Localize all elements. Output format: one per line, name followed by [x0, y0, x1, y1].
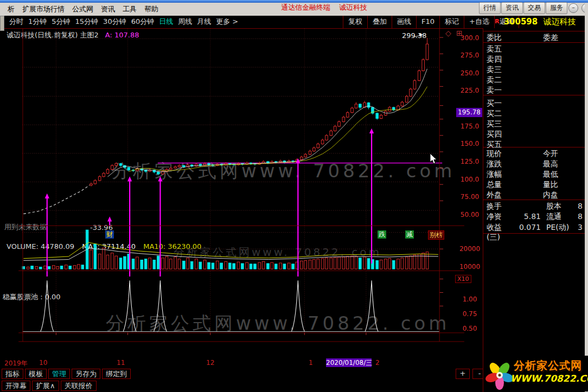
- linked-quote-button[interactable]: 关联报价: [61, 381, 97, 391]
- volume-bar: [355, 256, 357, 269]
- volume-bar: [342, 257, 345, 269]
- volume-bar: [363, 257, 366, 269]
- volume-bar: [90, 250, 93, 269]
- app-title-stock: 诚迈科技: [339, 3, 367, 12]
- volume-bar: [56, 266, 59, 269]
- expand-button[interactable]: 扩展∧: [32, 381, 59, 391]
- indicator-spike: [41, 280, 54, 331]
- candle: [330, 131, 333, 135]
- zoom-in-button[interactable]: +: [456, 369, 470, 379]
- site-logo: 分析家公式网 WWW.70822.COM: [484, 356, 588, 391]
- tab-60min[interactable]: 60分钟: [131, 16, 155, 28]
- volume-bar: [124, 256, 126, 269]
- volume-bar: [385, 259, 387, 269]
- tab-daily[interactable]: 日线: [159, 16, 173, 28]
- candlestick-chart[interactable]: [0, 28, 483, 368]
- volume-bar: [392, 260, 395, 269]
- tab-weekly[interactable]: 周线: [178, 16, 192, 28]
- candle: [309, 151, 311, 155]
- tdx-terminal-window: 析 扩展市场行情 公式网 资讯 工具 帮助 通达信金融终端 诚迈科技 行情 资讯…: [0, 0, 588, 392]
- volume-bar: [405, 257, 408, 269]
- menu-item-help[interactable]: 帮助: [144, 4, 158, 14]
- volume-bar: [338, 257, 341, 269]
- minimize-button[interactable]: –: [568, 3, 578, 13]
- volume-bar: [178, 259, 181, 269]
- buy-2-row: 买二: [487, 108, 502, 118]
- menu-item-formula-web[interactable]: 公式网: [72, 4, 93, 14]
- stats-row: 净资 5.81 流通 8: [483, 211, 585, 221]
- volume-bar: [183, 261, 186, 269]
- template-button[interactable]: 模板: [25, 369, 47, 379]
- mouse-cursor: [430, 153, 438, 165]
- change-label: 涨跌: [487, 159, 543, 169]
- menu-item-tools[interactable]: 工具: [123, 4, 137, 14]
- buy-5-row: 买五: [487, 139, 502, 149]
- candle: [422, 60, 425, 70]
- indicator-button[interactable]: 指标: [2, 369, 23, 379]
- tab-5min[interactable]: 5分钟: [52, 16, 70, 28]
- app-title: 通达信金融终端 诚迈科技: [281, 3, 367, 12]
- candle: [119, 164, 122, 166]
- manage-button[interactable]: 管理: [48, 369, 70, 379]
- inner-vol-label: 内盘: [543, 190, 585, 200]
- tab-fenshi[interactable]: 分时: [9, 16, 23, 28]
- candle: [300, 157, 303, 160]
- sell-3-row: 卖三: [487, 65, 502, 74]
- candle: [195, 164, 198, 166]
- service-button[interactable]: 服务: [546, 2, 567, 14]
- save-as-button[interactable]: 另存为: [72, 369, 100, 379]
- volume-bar: [132, 259, 135, 269]
- volume-bar: [274, 264, 277, 269]
- volume-bar: [413, 255, 416, 269]
- volume-bar: [60, 266, 63, 269]
- volume-bar: [52, 266, 55, 269]
- volume-bar: [103, 248, 105, 269]
- stats-row: 收益(三) 0.071 PE(动) 3: [483, 222, 585, 232]
- volume-bar: [39, 267, 42, 269]
- tab-more[interactable]: 更多 >: [216, 16, 238, 28]
- buy-4-row: 买四: [487, 129, 502, 139]
- candle: [115, 164, 118, 166]
- add-watchlist-button[interactable]: +自选: [464, 16, 495, 28]
- volume-bar: [35, 266, 38, 269]
- window-right-edge[interactable]: [585, 3, 588, 392]
- tab-1min[interactable]: 1分钟: [28, 16, 47, 28]
- menu-item-analysis[interactable]: 析: [8, 4, 15, 14]
- volume-bar: [111, 253, 113, 269]
- volume-bar: [313, 260, 316, 269]
- volume-bar: [388, 259, 391, 269]
- trade-button[interactable]: 交易: [523, 2, 545, 14]
- overlay-button[interactable]: 叠加: [368, 16, 392, 28]
- volume-bar: [279, 263, 282, 269]
- open-label: 今开: [543, 149, 585, 158]
- net-asset-label: 净资: [487, 211, 514, 221]
- vol-ratio-label: 量比: [543, 179, 585, 189]
- volume-bar: [203, 260, 206, 269]
- tab-monthly[interactable]: 月线: [197, 16, 211, 28]
- draw-line-button[interactable]: 画线: [392, 16, 417, 28]
- mark-button[interactable]: 标记: [440, 16, 464, 28]
- float-label: 流通: [546, 211, 578, 221]
- volume-bar: [162, 258, 164, 269]
- volume-bar: [304, 260, 307, 269]
- info-button[interactable]: 资讯: [501, 2, 523, 14]
- price-label: 现价: [487, 149, 543, 158]
- candle: [380, 115, 382, 118]
- candle: [338, 122, 341, 126]
- quote-button[interactable]: 行情: [479, 2, 501, 14]
- candle: [250, 163, 252, 163]
- bind-to-button[interactable]: 绑定到: [102, 369, 131, 379]
- menu-item-news[interactable]: 资讯: [101, 4, 115, 14]
- turnover-label: 换手: [487, 201, 514, 211]
- volume-bar: [216, 261, 219, 269]
- tab-30min[interactable]: 30分钟: [103, 16, 126, 28]
- timeframe-group: 分时 1分钟 5分钟 15分钟 30分钟 60分钟 日线 周线 月线 更多 >: [4, 16, 238, 28]
- adjust-price-button[interactable]: 复权: [343, 16, 368, 28]
- danmaku-button[interactable]: 开弹幕: [2, 381, 30, 391]
- menu-item-extended-market[interactable]: 扩展市场行情: [22, 4, 65, 14]
- formula-statusbar: 指标 模板 管理 另存为 绑定到: [0, 368, 483, 380]
- logo-title: 分析家公式网: [514, 358, 582, 373]
- tab-15min[interactable]: 15分钟: [75, 16, 99, 28]
- volume-bar: [321, 259, 324, 269]
- f10-button[interactable]: F10: [417, 16, 440, 28]
